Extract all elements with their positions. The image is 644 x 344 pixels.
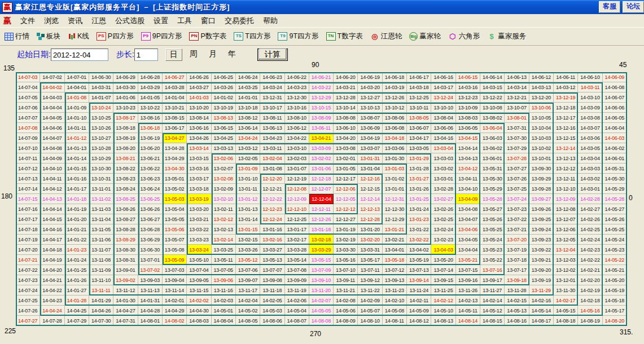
date-cell[interactable]: 14-01-04 — [163, 92, 187, 103]
date-cell[interactable]: 13-06-28 — [138, 224, 163, 235]
date-cell[interactable]: 13-01-25 — [407, 194, 431, 204]
date-cell[interactable]: 13-03-18 — [187, 184, 211, 194]
date-cell[interactable]: 14-02-23 — [578, 245, 602, 255]
date-cell[interactable]: 14-04-29 — [163, 306, 187, 316]
date-cell[interactable]: 13-09-09 — [285, 275, 309, 285]
date-cell[interactable]: 13-01-14 — [236, 214, 260, 224]
date-cell[interactable]: 14-06-07 — [603, 92, 627, 103]
date-cell[interactable]: 13-04-29 — [163, 153, 187, 164]
date-cell[interactable]: 13-02-20 — [358, 235, 382, 245]
date-cell[interactable]: 14-03-04 — [578, 153, 602, 164]
date-cell[interactable]: 13-02-23 — [431, 235, 455, 245]
start-date-input[interactable] — [51, 48, 108, 61]
date-cell[interactable]: 14-06-26 — [187, 72, 211, 82]
date-cell[interactable]: 13-04-05 — [456, 235, 480, 245]
date-cell[interactable]: 13-12-07 — [554, 214, 578, 224]
date-cell[interactable]: 14-07-13 — [16, 174, 40, 184]
date-cell[interactable]: 13-02-11 — [212, 204, 236, 214]
date-cell[interactable]: 13-07-26 — [505, 174, 529, 184]
menu-item[interactable]: 浏览 — [40, 15, 63, 27]
date-cell[interactable]: 13-05-22 — [480, 255, 505, 265]
date-cell[interactable]: 14-03-08 — [578, 113, 602, 123]
date-cell[interactable]: 13-06-11 — [309, 123, 334, 133]
date-cell[interactable]: 13-01-01 — [383, 184, 407, 194]
date-cell[interactable]: 13-12-26 — [383, 92, 407, 103]
date-cell[interactable]: 13-03-24 — [187, 245, 211, 255]
toolbar-button-kline[interactable]: K线 — [65, 30, 92, 42]
date-cell[interactable]: 13-05-17 — [358, 255, 382, 265]
menu-item[interactable]: 公式选股 — [111, 15, 149, 27]
date-cell[interactable]: 13-08-19 — [113, 133, 138, 143]
date-cell[interactable]: 13-08-05 — [407, 113, 431, 123]
toolbar-button-quotes[interactable]: 行情 — [2, 30, 32, 42]
date-cell[interactable]: 13-12-19 — [554, 92, 578, 103]
date-cell[interactable]: 14-04-30 — [187, 306, 211, 316]
date-cell[interactable]: 13-01-12 — [236, 194, 260, 204]
date-cell[interactable]: 14-01-17 — [65, 184, 89, 194]
date-cell[interactable]: 14-08-19 — [578, 316, 602, 326]
date-cell[interactable]: 14-03-11 — [578, 82, 602, 92]
date-cell[interactable]: 13-08-06 — [383, 113, 407, 123]
date-cell[interactable]: 14-05-21 — [603, 265, 627, 275]
date-cell[interactable]: 13-05-23 — [480, 245, 505, 255]
date-cell[interactable]: 14-04-11 — [40, 174, 64, 184]
date-cell[interactable]: 13-03-04 — [431, 143, 455, 153]
date-cell[interactable]: 14-02-04 — [236, 296, 260, 306]
date-cell[interactable]: 14-05-13 — [505, 306, 529, 316]
date-cell[interactable]: 13-08-29 — [113, 235, 138, 245]
date-cell[interactable]: 14-05-08 — [383, 306, 407, 316]
date-cell[interactable]: 14-06-13 — [505, 72, 529, 82]
date-cell[interactable]: 14-02-05 — [260, 296, 284, 306]
date-cell[interactable]: 14-08-12 — [407, 316, 431, 326]
date-cell[interactable]: 14-05-26 — [603, 214, 627, 224]
date-cell[interactable]: 13-03-20 — [187, 204, 211, 214]
date-cell[interactable]: 13-07-22 — [505, 214, 529, 224]
date-cell[interactable]: 13-02-27 — [431, 194, 455, 204]
date-cell[interactable]: 13-03-11 — [260, 143, 284, 153]
date-cell[interactable]: 13-07-06 — [236, 265, 260, 275]
date-cell[interactable]: 12-12-28 — [358, 214, 382, 224]
date-cell[interactable]: 14-07-27 — [16, 316, 40, 326]
date-cell[interactable]: 13-02-08 — [212, 174, 236, 184]
date-cell[interactable]: 13-02-10 — [212, 194, 236, 204]
date-cell[interactable]: 13-04-23 — [260, 133, 284, 143]
date-cell[interactable]: 13-10-08 — [480, 103, 505, 113]
date-cell[interactable]: 14-04-17 — [40, 235, 64, 245]
date-cell[interactable]: 14-07-23 — [16, 275, 40, 285]
date-cell[interactable]: 13-12-06 — [554, 224, 578, 235]
date-cell[interactable]: 13-10-17 — [260, 103, 284, 113]
date-cell[interactable]: 13-08-10 — [285, 113, 309, 123]
date-cell[interactable]: 13-11-14 — [163, 285, 187, 296]
date-cell[interactable]: 14-08-15 — [480, 316, 505, 326]
date-cell[interactable]: 14-06-22 — [285, 72, 309, 82]
date-cell[interactable]: 13-10-18 — [236, 103, 260, 113]
date-cell[interactable]: 14-01-15 — [65, 164, 89, 174]
date-cell[interactable]: 14-04-22 — [40, 285, 64, 296]
date-cell[interactable]: 13-06-29 — [138, 235, 163, 245]
date-cell[interactable]: 14-02-07 — [309, 296, 334, 306]
date-cell[interactable]: 14-03-05 — [578, 143, 602, 153]
date-cell[interactable]: 14-02-13 — [456, 296, 480, 306]
date-cell[interactable]: 14-02-20 — [578, 275, 602, 285]
date-cell[interactable]: 13-01-17 — [285, 224, 309, 235]
date-cell[interactable]: 13-09-24 — [529, 224, 554, 235]
date-cell[interactable]: 14-02-28 — [578, 194, 602, 204]
date-cell[interactable]: 14-03-20 — [358, 82, 382, 92]
date-cell[interactable]: 13-09-15 — [431, 275, 455, 285]
date-cell[interactable]: 14-05-22 — [603, 255, 627, 265]
date-cell[interactable]: 14-02-17 — [554, 296, 578, 306]
date-cell[interactable]: 13-05-11 — [212, 255, 236, 265]
date-cell[interactable]: 14-08-04 — [212, 316, 236, 326]
date-cell[interactable]: 13-09-17 — [480, 275, 505, 285]
date-cell[interactable]: 13-10-28 — [89, 143, 113, 153]
date-cell[interactable]: 14-07-12 — [16, 164, 40, 174]
date-cell[interactable]: 13-07-09 — [309, 265, 334, 275]
date-cell[interactable]: 13-11-25 — [431, 285, 455, 296]
date-cell[interactable]: 13-08-20 — [113, 143, 138, 153]
date-cell[interactable]: 13-06-24 — [138, 184, 163, 194]
date-cell[interactable]: 13-01-09 — [236, 164, 260, 174]
menu-item[interactable]: 工具 — [173, 15, 196, 27]
date-cell[interactable]: 14-05-28 — [603, 194, 627, 204]
date-cell[interactable]: 13-06-03 — [480, 133, 505, 143]
date-cell[interactable]: 14-07-02 — [40, 72, 64, 82]
